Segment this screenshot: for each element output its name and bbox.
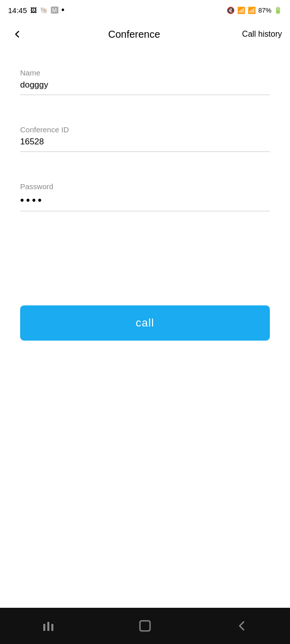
name-label: Name — [20, 68, 270, 77]
password-group: Password •••• — [20, 182, 270, 211]
sim-icon: 🐚 — [40, 7, 48, 14]
top-nav: Conference Call history — [0, 20, 290, 48]
svg-rect-3 — [140, 621, 150, 631]
svg-rect-1 — [47, 622, 49, 631]
signal-icon: 📶 — [248, 7, 256, 14]
bottom-nav-bar — [0, 608, 290, 644]
call-button-wrapper: call — [0, 305, 290, 341]
status-time: 14:45 — [8, 6, 27, 15]
call-button[interactable]: call — [20, 305, 270, 341]
battery-icon: 🔋 — [274, 7, 282, 14]
mute-icon: 🔇 — [227, 7, 235, 14]
page-title: Conference — [26, 29, 242, 40]
voicemail-icon: M — [51, 7, 58, 14]
wifi-icon: 📶 — [237, 7, 245, 14]
password-field[interactable]: •••• — [20, 194, 270, 211]
back-button[interactable] — [8, 25, 26, 43]
battery-text: 87% — [258, 7, 271, 14]
conference-id-group: Conference ID 16528 — [20, 125, 270, 152]
svg-rect-2 — [51, 624, 53, 631]
back-nav-button[interactable] — [227, 611, 257, 641]
photo-icon: 🖼 — [30, 7, 37, 14]
password-label: Password — [20, 182, 270, 191]
conference-id-field[interactable]: 16528 — [20, 137, 270, 152]
name-group: Name dogggy — [20, 68, 270, 95]
svg-rect-0 — [43, 624, 45, 631]
dot-indicator: • — [61, 6, 64, 15]
form-area: Name dogggy Conference ID 16528 Password… — [0, 48, 290, 305]
call-history-button[interactable]: Call history — [242, 30, 282, 39]
status-icons: 🔇 📶 📶 87% 🔋 — [227, 7, 282, 14]
status-bar: 14:45 🖼 🐚 M • 🔇 📶 📶 87% 🔋 — [0, 0, 290, 20]
name-field[interactable]: dogggy — [20, 80, 270, 95]
bottom-spacer — [0, 371, 290, 608]
home-button[interactable] — [130, 611, 160, 641]
conference-id-label: Conference ID — [20, 125, 270, 134]
recent-apps-button[interactable] — [33, 611, 63, 641]
status-left: 14:45 🖼 🐚 M • — [8, 6, 64, 15]
